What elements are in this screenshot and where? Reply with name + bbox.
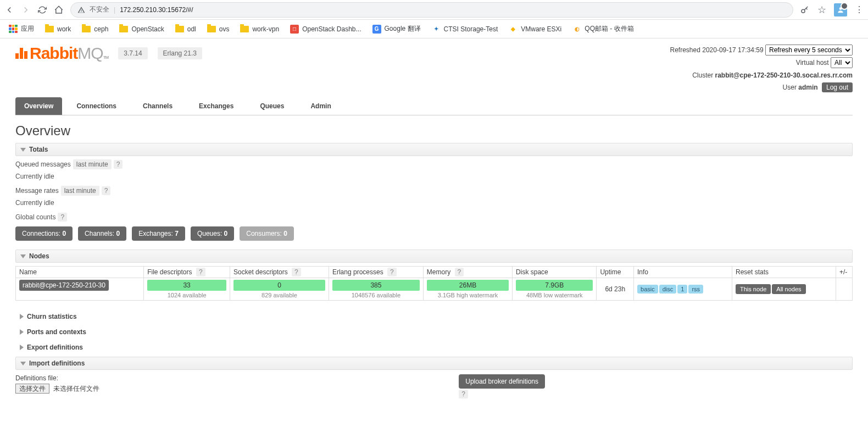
chevron-down-icon (20, 148, 26, 152)
help-icon[interactable]: ? (292, 268, 301, 276)
refresh-select[interactable]: Refresh every 5 seconds (765, 45, 853, 56)
section-import[interactable]: Import definitions (15, 357, 853, 370)
apps-button[interactable]: 应用 (4, 22, 38, 36)
address-bar[interactable]: 不安全 | 172.250.210.30:15672/#/ (70, 2, 793, 18)
bookmark-item[interactable]: ovs (203, 23, 234, 35)
folder-icon (175, 26, 184, 32)
column-header: Erlang processes ? (329, 267, 423, 278)
bookmarks-bar: 应用 workcephOpenStackodlovswork-vpn□OpenS… (0, 20, 868, 38)
count-box[interactable]: Exchanges: 7 (132, 226, 185, 241)
tab-exchanges[interactable]: Exchanges (190, 97, 242, 115)
favicon-icon: ✦ (432, 25, 441, 34)
bookmark-item[interactable]: OpenStack (115, 23, 168, 35)
bookmark-item[interactable]: ✦CTSI Storage-Test (427, 23, 503, 36)
info-tag[interactable]: rss (688, 285, 703, 294)
tab-connections[interactable]: Connections (68, 97, 125, 115)
section-churn[interactable]: Churn statistics (15, 311, 853, 323)
section-export[interactable]: Export definitions (15, 341, 853, 353)
folder-icon (207, 26, 216, 32)
uptime: 6d 23h (597, 278, 634, 301)
browser-toolbar: 不安全 | 172.250.210.30:15672/#/ ☆ ⋮ (0, 0, 868, 20)
folder-icon (45, 26, 54, 32)
info-tag[interactable]: 1 (677, 285, 687, 294)
help-icon[interactable]: ? (455, 268, 464, 276)
column-header: +/- (836, 267, 853, 278)
reload-icon[interactable] (37, 5, 47, 15)
help-icon[interactable]: ? (102, 186, 111, 195)
section-ports[interactable]: Ports and contexts (15, 326, 853, 338)
home-icon[interactable] (54, 5, 64, 15)
node-name[interactable]: rabbit@cpe-172-250-210-30 (19, 280, 109, 291)
warning-icon (77, 6, 85, 14)
apps-icon (9, 25, 18, 34)
chevron-down-icon (20, 362, 26, 366)
count-box[interactable]: Connections: 0 (15, 226, 73, 241)
column-header: Socket descriptors ? (230, 267, 329, 278)
bookmark-item[interactable]: ◆VMware ESXi (504, 23, 566, 36)
queued-idle: Currently idle (15, 173, 853, 180)
bookmark-item[interactable]: □OpenStack Dashb... (286, 23, 365, 36)
key-icon[interactable] (800, 5, 810, 15)
column-header: Memory ? (423, 267, 512, 278)
count-box[interactable]: Consumers: 0 (240, 226, 294, 241)
bookmark-item[interactable]: odl (171, 23, 201, 35)
help-icon[interactable]: ? (114, 160, 123, 169)
info-tag[interactable]: disc (659, 285, 677, 294)
section-nodes[interactable]: Nodes (15, 250, 853, 263)
favicon-icon: □ (290, 25, 299, 34)
section-totals[interactable]: Totals (15, 143, 853, 156)
menu-icon[interactable]: ⋮ (855, 4, 864, 15)
favicon-icon: G (372, 25, 381, 34)
column-header: Uptime (597, 267, 634, 278)
profile-avatar[interactable] (834, 3, 847, 16)
nodes-table: NameFile descriptors ?Socket descriptors… (15, 266, 853, 301)
star-icon[interactable]: ☆ (817, 4, 826, 16)
logo-area: RabbitMQTM 3.7.14 Erlang 21.3 (15, 44, 202, 63)
favicon-icon: ◐ (572, 25, 581, 34)
expand-toggle[interactable] (836, 278, 853, 301)
version-badge: 3.7.14 (118, 47, 147, 59)
count-box[interactable]: Channels: 0 (78, 226, 126, 241)
column-header: Reset stats (732, 267, 836, 278)
forward-icon[interactable] (21, 5, 31, 15)
queued-range[interactable]: last minute (73, 159, 112, 169)
help-icon[interactable]: ? (459, 390, 468, 398)
folder-icon (240, 26, 249, 32)
rates-range[interactable]: last minute (61, 186, 99, 196)
main-tabs: OverviewConnectionsChannelsExchangesQueu… (15, 97, 853, 115)
back-icon[interactable] (4, 5, 14, 15)
bookmark-item[interactable]: ◐QQ邮箱 - 收件箱 (568, 22, 638, 36)
favicon-icon: ◆ (509, 25, 518, 34)
bookmark-item[interactable]: work-vpn (236, 23, 283, 35)
table-row: rabbit@cpe-172-250-210-30 331024 availab… (16, 278, 853, 301)
tab-overview[interactable]: Overview (15, 97, 62, 115)
help-icon[interactable]: ? (58, 213, 67, 222)
url-text: 172.250.210.30:15672/#/ (120, 6, 193, 14)
count-box[interactable]: Queues: 0 (191, 226, 234, 241)
tab-queues[interactable]: Queues (251, 97, 293, 115)
tab-channels[interactable]: Channels (134, 97, 181, 115)
rabbitmq-logo: RabbitMQTM (15, 44, 108, 63)
bookmark-item[interactable]: GGoogle 翻译 (368, 22, 425, 36)
upload-definitions-button[interactable]: Upload broker definitions (459, 374, 545, 389)
reset-button[interactable]: This node (736, 284, 771, 294)
rates-idle: Currently idle (15, 199, 853, 207)
folder-icon (119, 26, 128, 32)
vhost-select[interactable]: All (831, 57, 853, 68)
bookmark-item[interactable]: ceph (77, 23, 113, 35)
tab-admin[interactable]: Admin (302, 97, 340, 115)
choose-file-button[interactable]: 选择文件 (15, 384, 49, 394)
help-icon[interactable]: ? (387, 268, 397, 276)
chevron-right-icon (20, 345, 24, 350)
definitions-file-label: Definitions file: (15, 374, 99, 382)
bookmark-item[interactable]: work (41, 23, 75, 35)
svg-point-1 (839, 7, 842, 10)
column-header: Disk space (513, 267, 597, 278)
user-name: admin (798, 84, 817, 91)
column-header: Name (16, 267, 144, 278)
info-tag[interactable]: basic (637, 285, 658, 294)
reset-button[interactable]: All nodes (772, 284, 805, 294)
help-icon[interactable]: ? (196, 268, 205, 276)
no-file-text: 未选择任何文件 (53, 385, 99, 392)
logout-button[interactable]: Log out (822, 82, 853, 92)
